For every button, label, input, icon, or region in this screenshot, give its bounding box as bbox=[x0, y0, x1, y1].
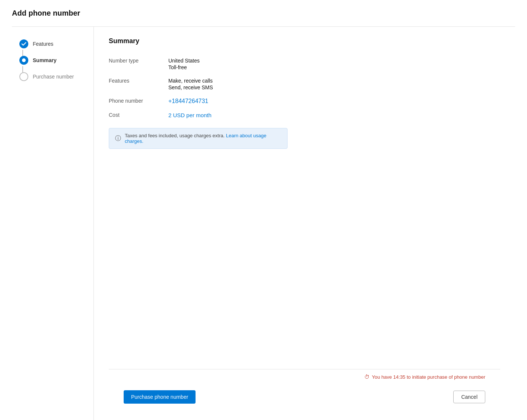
summary-table: Number type United States Toll-free Feat… bbox=[109, 54, 500, 122]
features-label: Features bbox=[109, 74, 168, 94]
info-static-text: Taxes and fees included, usage charges e… bbox=[125, 133, 225, 138]
timer-message: You have 14:35 to initiate purchase of p… bbox=[372, 374, 485, 380]
number-type-multi: United States Toll-free bbox=[168, 58, 500, 70]
cost-label: Cost bbox=[109, 108, 168, 122]
sidebar-item-purchase: Purchase number bbox=[18, 68, 88, 85]
timer-text: ⏱ You have 14:35 to initiate purchase of… bbox=[364, 374, 485, 380]
number-type-country: United States bbox=[168, 58, 500, 64]
info-circle-icon: ⓘ bbox=[115, 135, 121, 142]
content-area: Summary Number type United States Toll-f… bbox=[94, 27, 515, 420]
page-title: Add phone number bbox=[12, 9, 515, 17]
step-label-features: Features bbox=[33, 41, 53, 47]
feature-sms: Send, receive SMS bbox=[168, 84, 500, 90]
page-container: Add phone number Features Summary bbox=[0, 0, 527, 420]
number-type-kind: Toll-free bbox=[168, 64, 500, 70]
footer-buttons: Purchase phone number Cancel bbox=[109, 384, 500, 410]
clock-icon: ⏱ bbox=[364, 374, 369, 380]
features-value: Make, receive calls Send, receive SMS bbox=[168, 74, 500, 94]
step-icon-features bbox=[19, 39, 28, 48]
number-type-value: United States Toll-free bbox=[168, 54, 500, 74]
info-banner: ⓘ Taxes and fees included, usage charges… bbox=[109, 128, 288, 149]
checkmark-icon bbox=[21, 41, 26, 47]
sidebar: Features Summary Purchase number bbox=[12, 27, 94, 420]
features-multi: Make, receive calls Send, receive SMS bbox=[168, 78, 500, 90]
purchase-phone-number-button[interactable]: Purchase phone number bbox=[124, 390, 196, 404]
cost-value: 2 USD per month bbox=[168, 108, 500, 122]
step-label-purchase: Purchase number bbox=[33, 74, 74, 80]
info-banner-text: Taxes and fees included, usage charges e… bbox=[125, 133, 281, 144]
footer-area: ⏱ You have 14:35 to initiate purchase of… bbox=[109, 369, 500, 410]
phone-number-label: Phone number bbox=[109, 94, 168, 108]
cancel-button[interactable]: Cancel bbox=[453, 391, 485, 403]
number-type-label: Number type bbox=[109, 54, 168, 74]
main-layout: Features Summary Purchase number Summary… bbox=[12, 26, 515, 420]
step-icon-summary bbox=[19, 56, 28, 65]
step-label-summary: Summary bbox=[33, 57, 57, 63]
summary-section-title: Summary bbox=[109, 37, 500, 45]
sidebar-item-features: Features bbox=[18, 36, 88, 52]
timer-bar: ⏱ You have 14:35 to initiate purchase of… bbox=[109, 369, 500, 384]
feature-calls: Make, receive calls bbox=[168, 78, 500, 84]
sidebar-item-summary: Summary bbox=[18, 52, 88, 68]
phone-number-value: +18447264731 bbox=[168, 94, 500, 108]
step-icon-purchase bbox=[19, 72, 28, 81]
